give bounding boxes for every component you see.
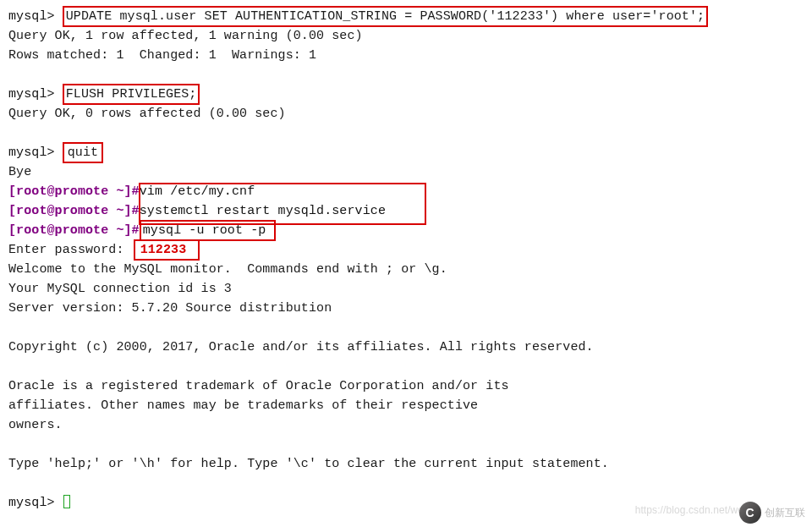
line-sql-update: mysql> UPDATE mysql.user SET AUTHENTICAT… bbox=[8, 7, 804, 26]
trademark1: Oracle is a registered trademark of Orac… bbox=[8, 376, 804, 396]
shell-cmd1: vim /etc/my.cnf bbox=[140, 184, 255, 199]
line-quit: mysql> quit bbox=[8, 143, 804, 162]
shell-prompt: [root@promote ~]# bbox=[8, 204, 140, 218]
sql-flush-box: FLUSH PRIVILEGES; bbox=[63, 84, 200, 105]
blank bbox=[8, 474, 804, 493]
sql-flush-text: FLUSH PRIVILEGES; bbox=[66, 87, 197, 102]
help-line: Type 'help;' or '\h' for help. Type '\c'… bbox=[8, 454, 804, 474]
mysql-prompt: mysql> bbox=[8, 9, 55, 24]
shell-prompt: [root@promote ~]# bbox=[8, 223, 140, 238]
line-update-result2: Rows matched: 1 Changed: 1 Warnings: 1 bbox=[8, 46, 804, 65]
mysql-prompt: mysql> bbox=[8, 496, 55, 510]
trademark2: affiliates. Other names may be trademark… bbox=[8, 396, 804, 415]
blank bbox=[8, 65, 804, 85]
line-shell2: [root@promote ~]#systemctl restart mysql… bbox=[8, 201, 804, 221]
line-shell3: [root@promote ~]#mysql -u root -p bbox=[8, 221, 804, 240]
line-enter-password: Enter password: 112233 bbox=[8, 240, 804, 260]
shell-cmd3-box: mysql -u root -p bbox=[140, 220, 277, 241]
csdn-url: https://blog.csdn.net/weix bbox=[635, 501, 751, 520]
blank bbox=[8, 318, 804, 338]
trademark3: owners. bbox=[8, 415, 804, 435]
watermark: C 创新互联 bbox=[739, 502, 805, 524]
shell-cmd3: mysql -u root -p bbox=[143, 223, 266, 238]
line-flush-result: Query OK, 0 rows affected (0.00 sec) bbox=[8, 104, 804, 124]
sql-update-text: UPDATE mysql.user SET AUTHENTICATION_STR… bbox=[66, 9, 705, 24]
line-update-result1: Query OK, 1 row affected, 1 warning (0.0… bbox=[8, 26, 804, 46]
enter-password-label: Enter password: bbox=[8, 243, 124, 257]
blank bbox=[8, 435, 804, 454]
sql-quit-text: quit bbox=[68, 145, 98, 160]
shell-prompt: [root@promote ~]# bbox=[8, 184, 140, 199]
cursor-icon bbox=[63, 495, 70, 508]
server-version: Server version: 5.7.20 Source distributi… bbox=[8, 299, 804, 318]
welcome: Welcome to the MySQL monitor. Commands e… bbox=[8, 260, 804, 279]
sql-update-box: UPDATE mysql.user SET AUTHENTICATION_STR… bbox=[63, 6, 708, 27]
mysql-prompt: mysql> bbox=[8, 87, 55, 102]
blank bbox=[8, 124, 804, 143]
blank bbox=[8, 357, 804, 376]
line-shell1: [root@promote ~]#vim /etc/my.cnf bbox=[8, 182, 804, 201]
watermark-logo-icon: C bbox=[739, 502, 761, 524]
line-flush: mysql> FLUSH PRIVILEGES; bbox=[8, 85, 804, 104]
watermark-brand: 创新互联 bbox=[765, 503, 805, 523]
conn-id: Your MySQL connection id is 3 bbox=[8, 279, 804, 299]
shell-cmd2: systemctl restart mysqld.service bbox=[140, 204, 386, 218]
line-bye: Bye bbox=[8, 162, 804, 182]
copyright: Copyright (c) 2000, 2017, Oracle and/or … bbox=[8, 338, 804, 357]
password-box: 112233 bbox=[134, 239, 200, 261]
mysql-prompt: mysql> bbox=[8, 145, 55, 160]
sql-quit-box: quit bbox=[63, 142, 103, 163]
